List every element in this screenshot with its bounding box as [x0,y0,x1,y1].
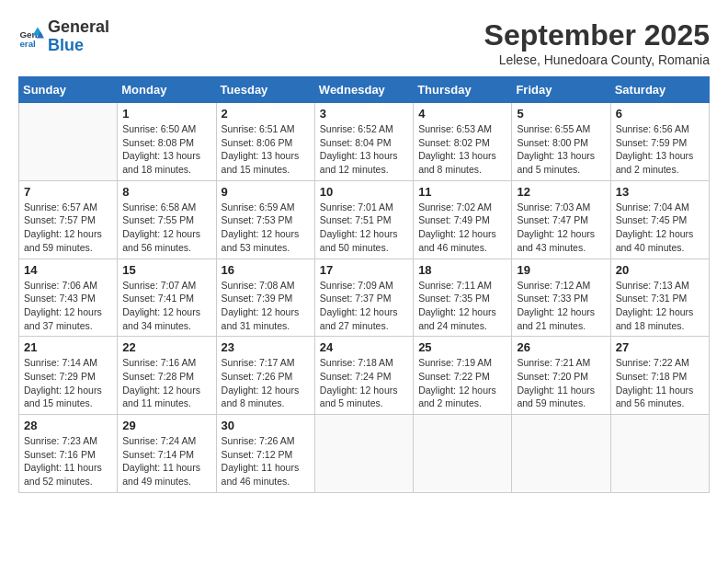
day-cell: 4Sunrise: 6:53 AM Sunset: 8:02 PM Daylig… [414,103,512,181]
day-number: 6 [616,107,704,121]
header-monday: Monday [118,77,216,103]
day-info: Sunrise: 7:13 AM Sunset: 7:31 PM Dayligh… [616,279,704,333]
day-cell: 19Sunrise: 7:12 AM Sunset: 7:33 PM Dayli… [512,259,610,337]
week-row-2: 7Sunrise: 6:57 AM Sunset: 7:57 PM Daylig… [19,180,710,259]
day-info: Sunrise: 6:53 AM Sunset: 8:02 PM Dayligh… [418,122,506,177]
week-row-3: 14Sunrise: 7:06 AM Sunset: 7:43 PM Dayli… [19,259,710,337]
day-info: Sunrise: 7:07 AM Sunset: 7:41 PM Dayligh… [122,279,210,333]
day-cell: 18Sunrise: 7:11 AM Sunset: 7:35 PM Dayli… [414,259,512,337]
day-info: Sunrise: 7:09 AM Sunset: 7:37 PM Dayligh… [320,279,408,333]
logo-icon: Gen eral [18,24,44,50]
day-cell: 2Sunrise: 6:51 AM Sunset: 8:06 PM Daylig… [216,103,314,181]
day-info: Sunrise: 7:03 AM Sunset: 7:47 PM Dayligh… [517,201,605,255]
day-number: 14 [24,263,112,277]
day-number: 3 [320,107,408,121]
day-info: Sunrise: 7:16 AM Sunset: 7:28 PM Dayligh… [122,356,210,410]
day-number: 29 [122,419,210,432]
day-cell: 1Sunrise: 6:50 AM Sunset: 8:08 PM Daylig… [118,103,216,181]
calendar-table: SundayMondayTuesdayWednesdayThursdayFrid… [18,76,710,493]
day-info: Sunrise: 7:11 AM Sunset: 7:35 PM Dayligh… [418,279,506,333]
day-cell [414,415,512,493]
day-cell: 27Sunrise: 7:22 AM Sunset: 7:18 PM Dayli… [610,337,709,415]
calendar-header-row: SundayMondayTuesdayWednesdayThursdayFrid… [19,77,710,103]
day-number: 21 [24,340,112,354]
day-number: 22 [122,340,210,354]
day-cell: 14Sunrise: 7:06 AM Sunset: 7:43 PM Dayli… [19,259,118,337]
month-title: September 2025 [484,18,710,52]
day-cell: 7Sunrise: 6:57 AM Sunset: 7:57 PM Daylig… [19,180,118,259]
day-number: 28 [24,419,112,432]
day-number: 4 [418,107,506,121]
day-info: Sunrise: 7:06 AM Sunset: 7:43 PM Dayligh… [24,279,112,333]
day-number: 24 [320,340,408,354]
day-cell: 9Sunrise: 6:59 AM Sunset: 7:53 PM Daylig… [216,180,314,259]
day-number: 25 [418,340,506,354]
header-thursday: Thursday [414,77,512,103]
day-number: 27 [616,340,704,354]
day-info: Sunrise: 7:26 AM Sunset: 7:12 PM Dayligh… [222,434,310,488]
day-cell: 25Sunrise: 7:19 AM Sunset: 7:22 PM Dayli… [414,337,512,415]
week-row-1: 1Sunrise: 6:50 AM Sunset: 8:08 PM Daylig… [19,103,710,181]
day-number: 13 [616,185,704,199]
day-cell: 22Sunrise: 7:16 AM Sunset: 7:28 PM Dayli… [118,337,216,415]
header-wednesday: Wednesday [314,77,413,103]
day-cell: 17Sunrise: 7:09 AM Sunset: 7:37 PM Dayli… [314,259,413,337]
day-number: 8 [122,185,210,199]
day-number: 16 [222,263,310,277]
day-cell: 21Sunrise: 7:14 AM Sunset: 7:29 PM Dayli… [19,337,118,415]
day-info: Sunrise: 7:01 AM Sunset: 7:51 PM Dayligh… [320,201,408,255]
day-number: 11 [418,185,506,199]
day-info: Sunrise: 6:50 AM Sunset: 8:08 PM Dayligh… [122,122,210,177]
day-cell: 23Sunrise: 7:17 AM Sunset: 7:26 PM Dayli… [216,337,314,415]
day-cell: 8Sunrise: 6:58 AM Sunset: 7:55 PM Daylig… [118,180,216,259]
day-info: Sunrise: 6:57 AM Sunset: 7:57 PM Dayligh… [24,201,112,255]
day-info: Sunrise: 7:12 AM Sunset: 7:33 PM Dayligh… [517,279,605,333]
day-number: 20 [616,263,704,277]
day-info: Sunrise: 6:52 AM Sunset: 8:04 PM Dayligh… [320,122,408,177]
day-cell: 10Sunrise: 7:01 AM Sunset: 7:51 PM Dayli… [314,180,413,259]
logo-general: General [48,18,109,37]
title-block: September 2025 Lelese, Hunedoara County,… [484,18,710,67]
page-header: Gen eral General Blue September 2025 Lel… [18,18,710,67]
day-info: Sunrise: 7:24 AM Sunset: 7:14 PM Dayligh… [122,434,210,488]
day-cell: 13Sunrise: 7:04 AM Sunset: 7:45 PM Dayli… [610,180,709,259]
day-cell [610,415,709,493]
day-info: Sunrise: 7:04 AM Sunset: 7:45 PM Dayligh… [616,201,704,255]
day-info: Sunrise: 7:22 AM Sunset: 7:18 PM Dayligh… [616,356,704,410]
day-number: 5 [517,107,605,121]
logo-text: General Blue [48,18,109,55]
day-number: 15 [122,263,210,277]
day-number: 30 [222,419,310,432]
day-info: Sunrise: 6:56 AM Sunset: 7:59 PM Dayligh… [616,122,704,177]
day-info: Sunrise: 7:14 AM Sunset: 7:29 PM Dayligh… [24,356,112,410]
day-cell: 5Sunrise: 6:55 AM Sunset: 8:00 PM Daylig… [512,103,610,181]
day-number: 2 [222,107,310,121]
day-number: 1 [122,107,210,121]
day-number: 12 [517,185,605,199]
header-sunday: Sunday [19,77,118,103]
day-number: 23 [222,340,310,354]
svg-text:eral: eral [19,39,36,49]
day-cell: 12Sunrise: 7:03 AM Sunset: 7:47 PM Dayli… [512,180,610,259]
day-cell: 24Sunrise: 7:18 AM Sunset: 7:24 PM Dayli… [314,337,413,415]
day-info: Sunrise: 7:23 AM Sunset: 7:16 PM Dayligh… [24,434,112,488]
day-cell: 26Sunrise: 7:21 AM Sunset: 7:20 PM Dayli… [512,337,610,415]
day-info: Sunrise: 6:51 AM Sunset: 8:06 PM Dayligh… [222,122,310,177]
day-cell: 15Sunrise: 7:07 AM Sunset: 7:41 PM Dayli… [118,259,216,337]
header-saturday: Saturday [610,77,709,103]
day-info: Sunrise: 7:02 AM Sunset: 7:49 PM Dayligh… [418,201,506,255]
day-cell: 30Sunrise: 7:26 AM Sunset: 7:12 PM Dayli… [216,415,314,493]
day-cell [512,415,610,493]
day-info: Sunrise: 6:59 AM Sunset: 7:53 PM Dayligh… [222,201,310,255]
day-cell: 11Sunrise: 7:02 AM Sunset: 7:49 PM Dayli… [414,180,512,259]
day-info: Sunrise: 7:21 AM Sunset: 7:20 PM Dayligh… [517,356,605,410]
header-tuesday: Tuesday [216,77,314,103]
day-number: 17 [320,263,408,277]
day-cell: 6Sunrise: 6:56 AM Sunset: 7:59 PM Daylig… [610,103,709,181]
logo: Gen eral General Blue [18,18,109,55]
day-cell: 16Sunrise: 7:08 AM Sunset: 7:39 PM Dayli… [216,259,314,337]
day-number: 7 [24,185,112,199]
day-info: Sunrise: 6:55 AM Sunset: 8:00 PM Dayligh… [517,122,605,177]
week-row-4: 21Sunrise: 7:14 AM Sunset: 7:29 PM Dayli… [19,337,710,415]
day-cell: 28Sunrise: 7:23 AM Sunset: 7:16 PM Dayli… [19,415,118,493]
